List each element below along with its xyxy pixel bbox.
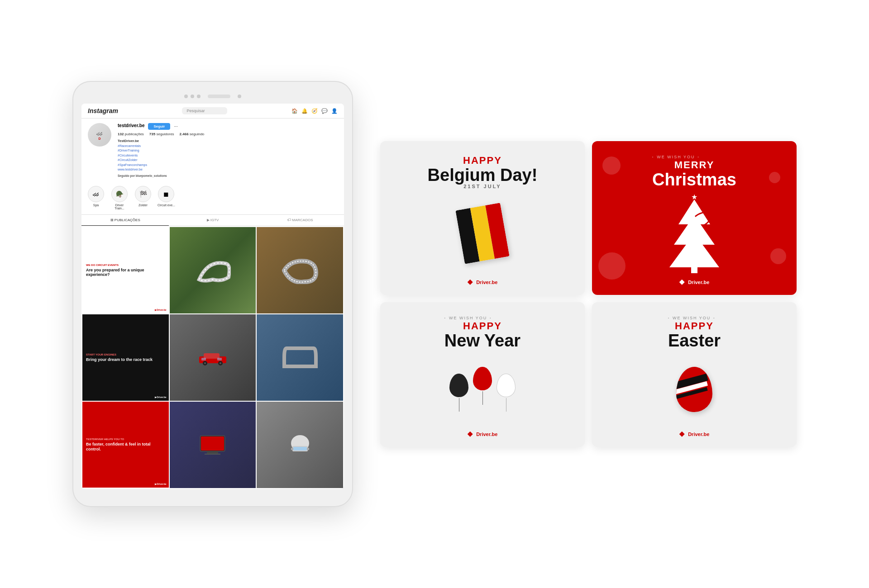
card-newyear-happy: HAPPY xyxy=(444,320,520,332)
ig-cell-2 xyxy=(170,227,256,313)
driver-logo-icon-easter xyxy=(679,432,685,437)
svg-rect-9 xyxy=(201,436,224,450)
card-easter-we-wish: WE WISH YOU xyxy=(668,316,721,320)
ig-highlight-label-spa: Spa xyxy=(93,204,99,207)
tablet-dot-4 xyxy=(238,95,241,98)
ig-profile-section: 🏎 D testdriver.be Seguir ··· 132 xyxy=(81,119,344,182)
card-easter-happy: HAPPY xyxy=(668,320,721,332)
svg-rect-6 xyxy=(201,358,206,360)
card-belgium-illustration xyxy=(460,194,505,273)
card-christmas-we-wish: WE WISH YOU xyxy=(652,155,736,159)
ig-top-bar: Instagram Pesquisar 🏠 🔔 🧭 💬 👤 xyxy=(81,104,344,119)
ig-highlight-spa[interactable]: 🏎 Spa xyxy=(88,186,104,210)
profile-icon[interactable]: 👤 xyxy=(331,108,338,114)
ig-cell-5-photo xyxy=(170,314,256,401)
ig-cell-4-accent: Start your engines xyxy=(86,353,165,356)
ig-bio: TestDriver.be #Racecarrentals #DriverTra… xyxy=(118,138,338,178)
ig-grid: We do circuit events Are you prepared fo… xyxy=(81,226,344,488)
ig-cell-5 xyxy=(170,314,256,401)
ig-highlight-circle-circuit: ◼ xyxy=(158,186,174,202)
ig-following-count: 2.466 seguindo xyxy=(180,132,205,136)
card-easter-top-text: WE WISH YOU HAPPY Easter xyxy=(668,316,721,349)
ig-nav-icons: 🏠 🔔 🧭 💬 👤 xyxy=(291,108,338,114)
ig-follow-button[interactable]: Seguir xyxy=(148,123,170,130)
ig-cell-9 xyxy=(257,402,343,488)
ig-more-icon[interactable]: ··· xyxy=(174,124,177,129)
ig-highlight-circuit[interactable]: ◼ Circuit eve... xyxy=(158,186,175,210)
tablet-screen: Instagram Pesquisar 🏠 🔔 🧭 💬 👤 xyxy=(81,104,344,488)
card-belgium-top-text: HAPPY Belgium Day! 21ST JULY xyxy=(428,155,538,189)
ig-cell-8 xyxy=(170,402,256,488)
card-easter-logo: Driver.be xyxy=(688,432,709,437)
ig-cell-9-photo xyxy=(257,402,343,488)
ig-cell-1-logo: ▶Driver.be xyxy=(155,308,166,311)
tablet-url-bar xyxy=(208,95,230,98)
ig-cell-4-logo: ▶Driver.be xyxy=(155,396,166,398)
ig-tabs: ⊞ PUBLICAÇÕES ▶ IGTV 🏷 MARCADOS xyxy=(81,215,344,226)
card-belgium-happy: HAPPY xyxy=(428,155,538,166)
ig-cell-8-photo xyxy=(170,402,256,488)
card-newyear-top-text: WE WISH YOU HAPPY New Year xyxy=(444,316,520,349)
heart-icon[interactable]: 🔔 xyxy=(301,108,308,114)
card-newyear: WE WISH YOU HAPPY New Year xyxy=(380,302,585,447)
ig-cell-1: We do circuit events Are you prepared fo… xyxy=(82,227,169,313)
tablet-frame: Instagram Pesquisar 🏠 🔔 🧭 💬 👤 xyxy=(72,81,353,507)
ig-search-bar[interactable]: Pesquisar xyxy=(182,107,227,114)
ig-tab-posts[interactable]: ⊞ PUBLICAÇÕES xyxy=(81,215,169,226)
ig-tab-igtv[interactable]: ▶ IGTV xyxy=(169,215,256,226)
card-easter-title: Easter xyxy=(668,332,721,349)
ig-highlight-driver[interactable]: 🪖 Driver Train... xyxy=(110,186,129,210)
driver-logo-icon-christmas xyxy=(679,280,685,285)
main-layout: Instagram Pesquisar 🏠 🔔 🧭 💬 👤 xyxy=(72,81,797,507)
ig-highlight-circle-zolder: 🏁 xyxy=(135,186,151,202)
compass-icon[interactable]: 🧭 xyxy=(311,108,318,114)
ig-cell-7: TestDriver helps you to Be faster, confi… xyxy=(82,402,169,488)
xmas-tree: ★ xyxy=(669,193,719,273)
ig-cell-4-main: Bring your dream to the race track xyxy=(86,357,165,362)
card-belgium-title: Belgium Day! xyxy=(428,166,538,184)
ig-tab-tagged[interactable]: 🏷 MARCADOS xyxy=(257,215,344,226)
ig-cell-7-main: Be faster, confident & feel in total con… xyxy=(86,442,165,452)
card-newyear-title: New Year xyxy=(444,332,520,349)
svg-rect-1 xyxy=(204,353,220,359)
balloon-body-black xyxy=(449,374,468,397)
card-easter: WE WISH YOU HAPPY Easter Driver.be xyxy=(592,302,797,447)
balloon-red xyxy=(473,367,492,405)
ig-cell-2-photo xyxy=(170,227,256,313)
card-easter-illustration xyxy=(676,354,712,425)
xmas-dot-3 xyxy=(598,252,625,280)
ig-cell-3-photo xyxy=(257,227,343,313)
card-newyear-logo: Driver.be xyxy=(476,432,497,437)
balloon-string-white xyxy=(506,398,506,412)
card-christmas-top-text: WE WISH YOU MERRY Christmas xyxy=(652,155,736,188)
tablet-top-bar xyxy=(81,95,344,98)
card-newyear-we-wish: WE WISH YOU xyxy=(444,316,520,320)
svg-rect-14 xyxy=(293,447,307,450)
balloon-string-black xyxy=(459,398,459,412)
svg-rect-16 xyxy=(307,448,309,450)
ig-cell-7-logo: ▶Driver.be xyxy=(155,483,166,485)
ig-username: testdriver.be xyxy=(118,123,144,128)
ig-highlights: 🏎 Spa 🪖 Driver Train... 🏁 Zolder ◼ Circu… xyxy=(81,182,344,215)
card-christmas-illustration: ★ xyxy=(669,193,719,273)
balloon-white xyxy=(497,374,516,412)
ig-cell-3 xyxy=(257,227,343,313)
ig-highlight-label-zolder: Zolder xyxy=(138,204,148,207)
card-christmas-title: Christmas xyxy=(652,171,736,188)
balloon-black xyxy=(449,374,468,412)
ig-followers-count: 735 seguidores xyxy=(149,132,174,136)
ig-profile-info: testdriver.be Seguir ··· 132 publicações… xyxy=(118,123,338,178)
ig-highlight-circle-spa: 🏎 xyxy=(88,186,104,202)
ig-highlight-label-circuit: Circuit eve... xyxy=(158,204,175,207)
ig-posts-count: 132 publicações xyxy=(118,132,144,136)
balloons-container xyxy=(449,367,516,412)
ig-search-placeholder: Pesquisar xyxy=(186,109,205,113)
ig-highlight-zolder[interactable]: 🏁 Zolder xyxy=(135,186,151,210)
svg-rect-7 xyxy=(217,358,222,360)
tablet-dot-3 xyxy=(197,95,201,98)
card-belgium-logo: Driver.be xyxy=(476,280,497,285)
home-icon[interactable]: 🏠 xyxy=(291,108,298,114)
svg-rect-10 xyxy=(207,451,218,454)
ig-cell-4: Start your engines Bring your dream to t… xyxy=(82,314,169,401)
dm-icon[interactable]: 💬 xyxy=(321,108,328,114)
